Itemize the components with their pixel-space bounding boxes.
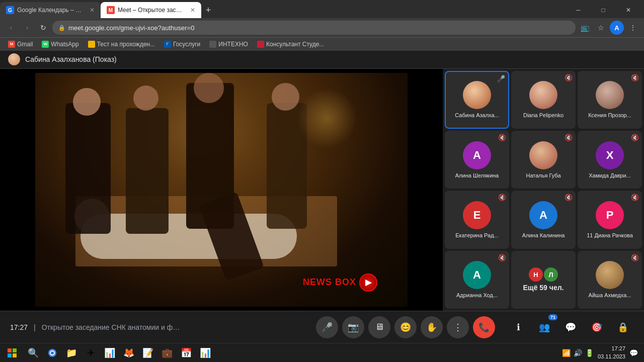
participant-tile-sabina[interactable]: 🎤 Сабина Азалха... xyxy=(445,71,509,129)
participant-tile-natalia[interactable]: 🔇 Наталья Губа xyxy=(511,131,576,189)
taskbar-files[interactable]: 📁 xyxy=(62,344,80,362)
bookmark-intehno[interactable]: ИНТЕХНО xyxy=(205,39,252,50)
participant-photo-aysha xyxy=(596,261,624,289)
participant-tile-diana-r[interactable]: 🔇 Р 11 Диана Рачкова xyxy=(578,191,642,248)
back-button[interactable]: ‹ xyxy=(4,21,18,35)
presenter-avatar-small xyxy=(8,53,20,65)
maximize-button[interactable]: □ xyxy=(592,2,615,18)
reload-button[interactable]: ↻ xyxy=(36,21,50,35)
present-button[interactable]: 🖥 xyxy=(368,316,390,338)
bookmark-test-label: Тест на прохожден... xyxy=(97,41,155,48)
tab-meet[interactable]: M Meet – Открытое заседан... ✕ xyxy=(101,2,201,18)
svg-point-6 xyxy=(51,351,54,354)
extensions-icon[interactable]: ⋮ xyxy=(626,21,640,35)
emoji-button[interactable]: 😊 xyxy=(394,316,417,338)
taskbar-chrome[interactable] xyxy=(43,344,61,362)
activities-button[interactable]: 🎯 xyxy=(586,316,608,338)
end-call-button[interactable]: 📞 xyxy=(473,316,495,338)
url-text: meet.google.com/gme-ujvi-xoe?authuser=0 xyxy=(68,24,194,32)
intehno-favicon xyxy=(209,41,216,48)
participant-avatar-hamida: Х xyxy=(596,141,624,169)
taskbar: 🔍 📁 ✈ 📊 🦊 📝 💼 📅 📊 📶 🔊 🔋 xyxy=(0,343,644,362)
participant-name-aysha: Айша Ахмедха... xyxy=(587,292,633,298)
profile-icon[interactable]: A xyxy=(610,21,624,35)
mic-off-icon-ksenia: 🔇 xyxy=(631,74,639,81)
participant-name-alina-s: Алина Шелякина xyxy=(453,172,501,178)
taskbar-powerpoint[interactable]: 📊 xyxy=(196,344,214,362)
gmail-favicon: M xyxy=(8,41,15,48)
participant-tile-adrianna[interactable]: 🔇 А Адрианна Ход... xyxy=(445,251,509,309)
participant-name-diana-r: 11 Диана Рачкова xyxy=(585,232,635,238)
battery-icon[interactable]: 🔋 xyxy=(585,349,594,357)
participant-photo-diana xyxy=(529,81,557,109)
volume-icon[interactable]: 🔊 xyxy=(574,349,582,357)
participant-name-adrianna: Адрианна Ход... xyxy=(454,292,500,298)
participant-avatar-diana-r: Р xyxy=(596,201,624,229)
participant-name-diana: Diana Pelipenko xyxy=(521,112,566,118)
taskbar-calendar[interactable]: 📅 xyxy=(177,344,195,362)
newsbox-text: NEWS BOX xyxy=(303,277,356,288)
participant-tile-more[interactable]: Н Л Ещё 59 чел. xyxy=(511,251,576,309)
bookmark-icon[interactable]: ☆ xyxy=(594,21,608,35)
participant-avatar-adrianna: А xyxy=(463,261,491,289)
participant-tile-aysha[interactable]: 🔇 Айша Ахмедха... xyxy=(578,251,642,309)
newsbox-watermark: NEWS BOX ▶ xyxy=(303,274,377,292)
participant-tile-hamida[interactable]: 🔇 Х Хамида Даври... xyxy=(578,131,642,189)
gosuslugi-favicon: Г xyxy=(164,41,171,48)
mic-off-icon-aysha: 🔇 xyxy=(631,254,639,261)
mic-button[interactable]: 🎤 xyxy=(316,316,338,338)
mic-off-icon-alina-s: 🔇 xyxy=(498,134,506,141)
tab-close-1[interactable]: ✕ xyxy=(90,7,95,14)
bookmark-whatsapp[interactable]: W WhatsApp xyxy=(38,39,83,50)
new-tab-button[interactable]: + xyxy=(201,3,215,17)
mic-off-icon-adrianna: 🔇 xyxy=(498,254,506,261)
participant-tile-alina-s[interactable]: 🔇 А Алина Шелякина xyxy=(445,131,509,189)
taskbar-search[interactable]: 🔍 xyxy=(24,344,42,362)
participant-tile-diana[interactable]: 🔇 Diana Pelipenko xyxy=(511,71,576,129)
effects-button[interactable]: ✋ xyxy=(421,316,443,338)
tab-google-calendar[interactable]: G Google Календарь – пятница... ✕ xyxy=(0,2,101,18)
participant-name-natalia: Наталья Губа xyxy=(524,172,562,178)
taskbar-word[interactable]: 📝 xyxy=(139,344,157,362)
close-button[interactable]: ✕ xyxy=(617,2,640,18)
info-button[interactable]: ℹ xyxy=(507,316,529,338)
taskbar-excel[interactable]: 📊 xyxy=(101,344,119,362)
bookmark-gosuslugi[interactable]: Г Госуслуги xyxy=(160,39,204,50)
start-button[interactable] xyxy=(2,344,22,362)
nl-circles: Н Л xyxy=(529,267,558,282)
network-icon[interactable]: 📶 xyxy=(562,349,571,357)
taskbar-teams[interactable]: 💼 xyxy=(158,344,176,362)
chat-button[interactable]: 💬 xyxy=(559,316,582,338)
safety-button[interactable]: 🔒 xyxy=(612,316,634,338)
bookmark-gmail[interactable]: M Gmail xyxy=(4,39,37,50)
tab-bar: G Google Календарь – пятница... ✕ M Meet… xyxy=(0,0,644,18)
participant-photo-natalia xyxy=(529,141,557,169)
svg-rect-0 xyxy=(8,348,12,352)
mic-off-icon-diana-r: 🔇 xyxy=(631,194,639,201)
camera-button[interactable]: 📷 xyxy=(342,316,364,338)
bookmark-gosuslugi-label: Госуслуги xyxy=(173,41,200,48)
clock[interactable]: 17:27 03.11.2023 xyxy=(598,345,625,360)
participant-tile-ekaterina[interactable]: 🔇 Е Екатерина Рад... xyxy=(445,191,509,248)
bottom-bar: 17:27 | Открытое заседание СНК анатомии … xyxy=(0,311,644,343)
cast-icon[interactable]: 📺 xyxy=(578,21,592,35)
people-badge-container: 👥 71 xyxy=(533,316,555,338)
taskbar-telegram[interactable]: ✈ xyxy=(82,344,100,362)
participant-tile-ksenia[interactable]: 🔇 Ксения Прозор... xyxy=(578,71,642,129)
address-bar[interactable]: 🔒 meet.google.com/gme-ujvi-xoe?authuser=… xyxy=(52,21,576,35)
minimize-button[interactable]: ─ xyxy=(567,2,590,18)
participant-tile-alina-k[interactable]: 🔇 А Алина Калинина xyxy=(511,191,576,248)
taskbar-firefox[interactable]: 🦊 xyxy=(120,344,138,362)
nav-right: 📺 ☆ A ⋮ xyxy=(578,21,640,35)
notification-icon[interactable]: 💬 xyxy=(629,349,638,357)
profile-avatar[interactable]: A xyxy=(610,21,624,35)
more-options-button[interactable]: ⋮ xyxy=(447,316,469,338)
bookmark-konsultant[interactable]: Консультант Студе... xyxy=(253,39,328,50)
taskbar-right: 📶 🔊 🔋 17:27 03.11.2023 💬 xyxy=(562,345,642,360)
svg-rect-2 xyxy=(8,353,12,357)
tab-close-2[interactable]: ✕ xyxy=(190,7,195,14)
bookmark-intehno-label: ИНТЕХНО xyxy=(218,41,248,48)
bookmark-test[interactable]: Тест на прохожден... xyxy=(84,39,159,50)
konsultant-favicon xyxy=(257,41,264,48)
forward-button[interactable]: › xyxy=(20,21,34,35)
